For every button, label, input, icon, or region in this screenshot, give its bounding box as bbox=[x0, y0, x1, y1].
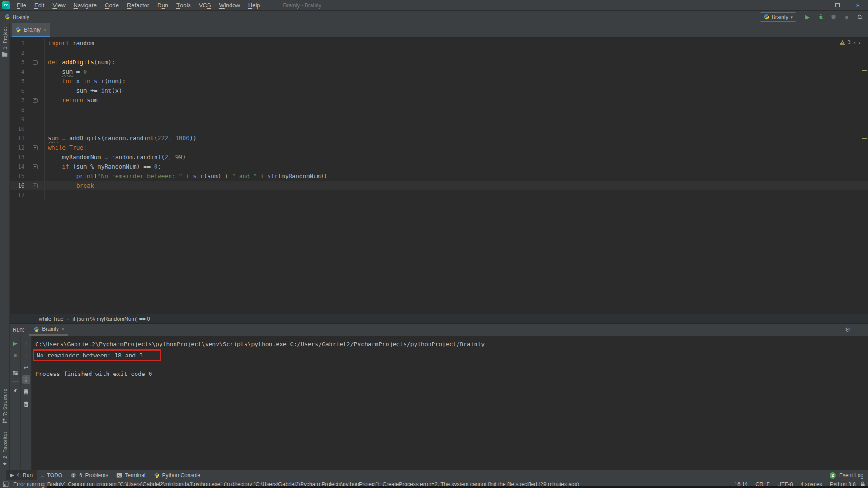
fold-start-icon[interactable]: − bbox=[33, 164, 38, 169]
code-line[interactable]: 1import random bbox=[10, 38, 868, 48]
fold-start-icon[interactable]: − bbox=[33, 60, 38, 65]
tool-window-toggle-icon[interactable] bbox=[3, 481, 9, 487]
taskbar-edge bbox=[47, 486, 868, 488]
restore-icon bbox=[835, 3, 840, 7]
code-line[interactable]: 16⌐ break bbox=[10, 181, 868, 190]
menu-window[interactable]: Window bbox=[215, 0, 244, 10]
menu-navigate[interactable]: Navigate bbox=[70, 0, 101, 10]
sidebar-item-project[interactable]: 1: Project bbox=[2, 27, 8, 57]
tool-window-button-todo[interactable]: ≡TODO bbox=[37, 470, 66, 480]
next-warning-icon[interactable]: ∨ bbox=[858, 40, 861, 45]
run-config-selector[interactable]: Brainly ▾ bbox=[760, 12, 796, 22]
code-text bbox=[44, 124, 868, 133]
code-line[interactable]: 14− if (sum % myRandomNum) == 0: bbox=[10, 162, 868, 171]
restore-layout-icon[interactable] bbox=[11, 369, 19, 377]
run-panel-toolbar-console: ↑ ↓ ↩ ↧ bbox=[21, 336, 32, 470]
print-icon[interactable] bbox=[22, 388, 30, 396]
minimize-icon bbox=[815, 5, 820, 5]
menu-view[interactable]: View bbox=[48, 0, 69, 10]
code-text: sum = addDigits(random.randint(222, 1000… bbox=[44, 133, 868, 143]
tool-window-button-terminal[interactable]: Terminal bbox=[112, 470, 149, 480]
scroll-to-end-icon[interactable]: ↧ bbox=[22, 375, 30, 384]
run-panel-title: Run: bbox=[10, 324, 29, 336]
code-line[interactable]: 2 bbox=[10, 48, 868, 57]
fold-end-icon[interactable]: ⌐ bbox=[33, 183, 38, 188]
gear-icon[interactable]: ⚙ bbox=[845, 326, 850, 333]
run-tab-brainly[interactable]: Brainly × bbox=[29, 324, 68, 336]
code-text bbox=[44, 48, 868, 57]
run-config-label: Brainly bbox=[772, 14, 788, 20]
close-button[interactable]: × bbox=[848, 0, 868, 10]
tool-window-button-4-run[interactable]: ▶4: Run bbox=[6, 470, 37, 480]
tool-window-button-6-problems[interactable]: 6: Problems bbox=[66, 470, 112, 480]
menu-tools[interactable]: Tools bbox=[172, 0, 195, 10]
error-stripe-mark[interactable] bbox=[862, 138, 867, 139]
hide-panel-icon[interactable]: — bbox=[857, 326, 863, 333]
code-line[interactable]: 11sum = addDigits(random.randint(222, 10… bbox=[10, 133, 868, 143]
event-log-label: Event Log bbox=[839, 472, 863, 479]
line-number: 17 bbox=[10, 192, 26, 198]
code-line[interactable]: 4 sum = 0 bbox=[10, 67, 868, 76]
line-number: 11 bbox=[10, 135, 26, 141]
up-stack-trace-icon[interactable]: ↑ bbox=[22, 339, 30, 347]
line-number: 6 bbox=[10, 88, 26, 94]
code-line[interactable]: 3−def addDigits(num): bbox=[10, 57, 868, 67]
todo-list-icon: ≡ bbox=[41, 472, 44, 479]
error-stripe-mark[interactable] bbox=[862, 70, 867, 71]
run-console-output[interactable]: C:\Users\Gabriel2\PycharmProjects\python… bbox=[32, 336, 868, 470]
close-tab-icon[interactable]: × bbox=[61, 326, 64, 332]
line-number: 14 bbox=[10, 164, 26, 170]
tool-window-button-label: Terminal bbox=[125, 472, 145, 479]
pin-icon[interactable] bbox=[11, 386, 19, 394]
menu-file[interactable]: File bbox=[13, 0, 30, 10]
event-log-button[interactable]: 2 Event Log bbox=[830, 472, 863, 479]
restore-button[interactable] bbox=[827, 0, 848, 10]
run-panel-toolbar-left: ▶ ■ bbox=[10, 336, 21, 470]
code-text: print("No remainder between: " + str(sum… bbox=[44, 171, 868, 181]
play-icon: ▶ bbox=[10, 473, 14, 478]
breadcrumb-item[interactable]: if (sum % myRandomNum) == 0 bbox=[72, 316, 150, 322]
navbar-breadcrumb[interactable]: Brainly bbox=[13, 14, 29, 20]
code-line[interactable]: 10 bbox=[10, 124, 868, 133]
menu-run[interactable]: Run bbox=[153, 0, 172, 10]
coverage-button[interactable] bbox=[829, 13, 838, 22]
editor-tab-brainly[interactable]: Brainly × bbox=[12, 23, 50, 37]
menu-edit[interactable]: Edit bbox=[30, 0, 48, 10]
code-line[interactable]: 8 bbox=[10, 105, 868, 114]
line-number: 7 bbox=[10, 97, 26, 103]
search-everywhere-button[interactable] bbox=[855, 13, 864, 22]
clear-all-icon[interactable] bbox=[22, 400, 30, 408]
breadcrumb-item[interactable]: while True bbox=[39, 316, 64, 322]
menu-help[interactable]: Help bbox=[244, 0, 264, 10]
code-line[interactable]: 15 print("No remainder between: " + str(… bbox=[10, 171, 868, 181]
prev-warning-icon[interactable]: ∧ bbox=[853, 40, 856, 45]
sidebar-item-favorites[interactable]: 2: Favorites ★ bbox=[2, 431, 8, 466]
code-line[interactable]: 9 bbox=[10, 114, 868, 124]
stop-button[interactable]: ■ bbox=[11, 351, 19, 359]
code-line[interactable]: 12−while True: bbox=[10, 143, 868, 152]
fold-end-icon[interactable]: ⌐ bbox=[33, 98, 38, 103]
tool-window-button-python-console[interactable]: Python Console bbox=[150, 470, 205, 480]
debug-button[interactable] bbox=[816, 13, 825, 22]
code-editor[interactable]: 1import random23−def addDigits(num):4 su… bbox=[10, 37, 868, 314]
code-line[interactable]: 6 sum += int(x) bbox=[10, 86, 868, 95]
menu-refactor[interactable]: Refactor bbox=[123, 0, 153, 10]
sidebar-item-structure[interactable]: 7: Structure bbox=[2, 389, 8, 423]
code-line[interactable]: 5 for x in str(num): bbox=[10, 76, 868, 86]
menu-vcs[interactable]: VCS bbox=[195, 0, 215, 10]
soft-wrap-icon[interactable]: ↩ bbox=[22, 363, 30, 371]
down-stack-trace-icon[interactable]: ↓ bbox=[22, 351, 30, 359]
stop-button[interactable]: ■ bbox=[842, 13, 851, 22]
status-bar: Error running 'Brainly': Cannot run prog… bbox=[0, 480, 868, 488]
menu-code[interactable]: Code bbox=[101, 0, 123, 10]
code-line[interactable]: 7⌐ return sum bbox=[10, 95, 868, 105]
fold-start-icon[interactable]: − bbox=[33, 145, 38, 150]
console-line: No remainder between: 18 and 3 bbox=[35, 349, 868, 359]
run-button[interactable]: ▶ bbox=[803, 13, 812, 22]
minimize-button[interactable] bbox=[807, 0, 827, 10]
close-tab-icon[interactable]: × bbox=[43, 27, 46, 33]
right-margin-guide bbox=[472, 37, 472, 314]
code-line[interactable]: 13 myRandomNum = random.randint(2, 99) bbox=[10, 152, 868, 162]
code-line[interactable]: 17 bbox=[10, 190, 868, 200]
rerun-button[interactable]: ▶ bbox=[11, 339, 19, 347]
